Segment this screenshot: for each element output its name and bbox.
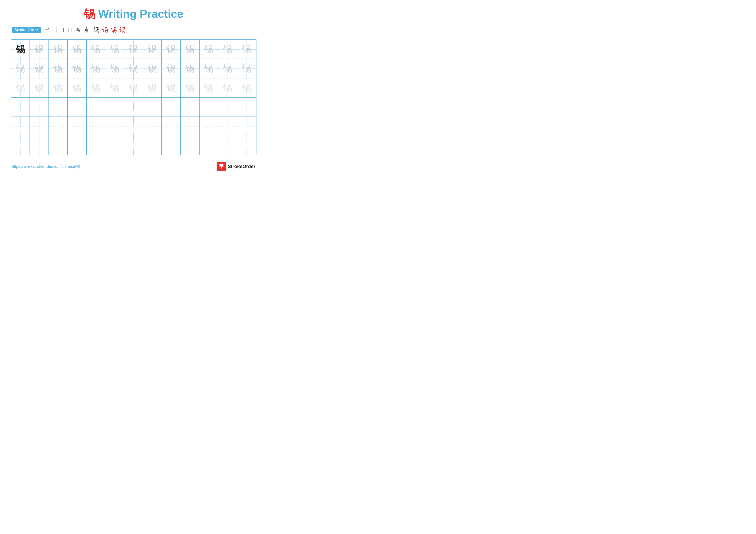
- grid-cell: 锡: [87, 78, 105, 97]
- grid-cell: [237, 117, 256, 136]
- grid-cell: 锡: [143, 40, 162, 59]
- grid-cell: [30, 136, 49, 155]
- grid-cell: 锡: [105, 78, 124, 97]
- stroke-order-row: Stroke Order ㇒ ㇑ 𠃌 𠃍 𠄌 钅 钅 钖 钖 锡 锡: [11, 26, 256, 34]
- grid-cell: 锡: [162, 40, 180, 59]
- strokeorder-logo-icon: 字: [217, 162, 226, 171]
- grid-cell: [68, 98, 86, 116]
- grid-cell: [162, 117, 180, 136]
- grid-row-empty: [11, 98, 256, 117]
- grid-cell: [218, 136, 237, 155]
- grid-cell: [105, 98, 124, 116]
- grid-cell: 锡: [87, 59, 105, 78]
- grid-cell: [124, 136, 143, 155]
- grid-cell: [68, 136, 86, 155]
- grid-cell: 锡: [162, 59, 180, 78]
- grid-cell: 锡: [180, 40, 199, 59]
- grid-cell: [124, 117, 143, 136]
- footer-logo: 字 StrokeOrder: [217, 162, 256, 171]
- grid-row: 锡 锡 锡 锡 锡 锡 锡 锡 锡 锡 锡 锡 锡: [11, 59, 256, 78]
- grid-cell: 锡: [200, 78, 218, 97]
- grid-cell: 锡: [30, 40, 49, 59]
- grid-cell: [237, 136, 256, 155]
- footer-logo-text: StrokeOrder: [228, 164, 256, 169]
- grid-cell: [162, 98, 180, 116]
- grid-cell: 锡: [218, 78, 237, 97]
- grid-cell: [105, 136, 124, 155]
- grid-row: 锡 锡 锡 锡 锡 锡 锡 锡 锡 锡 锡 锡 锡: [11, 40, 256, 59]
- grid-cell: 锡: [124, 40, 143, 59]
- footer: https://www.strokeorder.com/chinese/锡 字 …: [11, 162, 256, 171]
- grid-cell: [237, 98, 256, 116]
- grid-cell: 锡: [237, 40, 256, 59]
- grid-cell: [30, 98, 49, 116]
- title-writing-practice: Writing Practice: [95, 8, 183, 20]
- grid-cell: 锡: [124, 59, 143, 78]
- grid-cell: [200, 136, 218, 155]
- grid-cell: [180, 117, 199, 136]
- grid-cell: 锡: [218, 59, 237, 78]
- grid-cell: [30, 117, 49, 136]
- grid-row: 锡 锡 锡 锡 锡 锡 锡 锡 锡 锡 锡 锡 锡: [11, 78, 256, 98]
- grid-cell: 锡: [68, 78, 86, 97]
- grid-cell: [180, 136, 199, 155]
- grid-cell: 锡: [11, 59, 30, 78]
- stroke-order-badge: Stroke Order: [12, 27, 41, 33]
- grid-row-empty: [11, 117, 256, 136]
- grid-cell: 锡: [30, 59, 49, 78]
- grid-cell: 锡: [11, 78, 30, 97]
- grid-cell: 锡: [162, 78, 180, 97]
- grid-cell: [49, 98, 68, 116]
- grid-cell: [124, 98, 143, 116]
- grid-cell: [87, 117, 105, 136]
- grid-cell: 锡: [30, 78, 49, 97]
- grid-cell: 锡: [68, 59, 86, 78]
- grid-cell: [162, 136, 180, 155]
- grid-cell: 锡: [124, 78, 143, 97]
- grid-cell: 锡: [237, 59, 256, 78]
- footer-url[interactable]: https://www.strokeorder.com/chinese/锡: [12, 164, 80, 169]
- grid-cell: 锡: [180, 78, 199, 97]
- grid-cell: [200, 98, 218, 116]
- grid-cell: [143, 117, 162, 136]
- grid-cell: [105, 117, 124, 136]
- grid-cell: 锡: [218, 40, 237, 59]
- grid-cell: [218, 117, 237, 136]
- grid-cell: 锡: [49, 40, 68, 59]
- grid-cell: [87, 136, 105, 155]
- grid-cell: [11, 136, 30, 155]
- grid-row-empty: [11, 136, 256, 155]
- grid-cell: 锡: [180, 59, 199, 78]
- grid-cell: [87, 98, 105, 116]
- stroke-chars: ㇒ ㇑ 𠃌 𠃍 𠄌 钅 钅 钖 钖 锡 锡: [44, 26, 125, 34]
- grid-cell: 锡: [200, 59, 218, 78]
- grid-cell: 锡: [200, 40, 218, 59]
- grid-cell: 锡: [49, 78, 68, 97]
- title-character: 锡: [84, 8, 95, 20]
- page-title: 锡 Writing Practice: [84, 8, 183, 20]
- grid-cell: [143, 136, 162, 155]
- grid-cell: [180, 98, 199, 116]
- grid-cell: [11, 98, 30, 116]
- grid-cell: 锡: [11, 40, 30, 59]
- grid-cell: [11, 117, 30, 136]
- grid-cell: 锡: [143, 78, 162, 97]
- grid-cell: 锡: [68, 40, 86, 59]
- grid-cell: 锡: [105, 59, 124, 78]
- grid-cell: 锡: [237, 78, 256, 97]
- title-section: 锡 Writing Practice: [11, 7, 256, 21]
- grid-cell: 锡: [105, 40, 124, 59]
- grid-cell: [49, 136, 68, 155]
- grid-cell: [143, 98, 162, 116]
- grid-cell: 锡: [49, 59, 68, 78]
- grid-cell: [200, 117, 218, 136]
- grid-cell: 锡: [143, 59, 162, 78]
- grid-cell: 锡: [87, 40, 105, 59]
- grid-cell: [218, 98, 237, 116]
- grid-cell: [68, 117, 86, 136]
- practice-grid: 锡 锡 锡 锡 锡 锡 锡 锡 锡 锡 锡 锡 锡 锡 锡 锡 锡 锡 锡 锡 …: [11, 39, 256, 155]
- grid-cell: [49, 117, 68, 136]
